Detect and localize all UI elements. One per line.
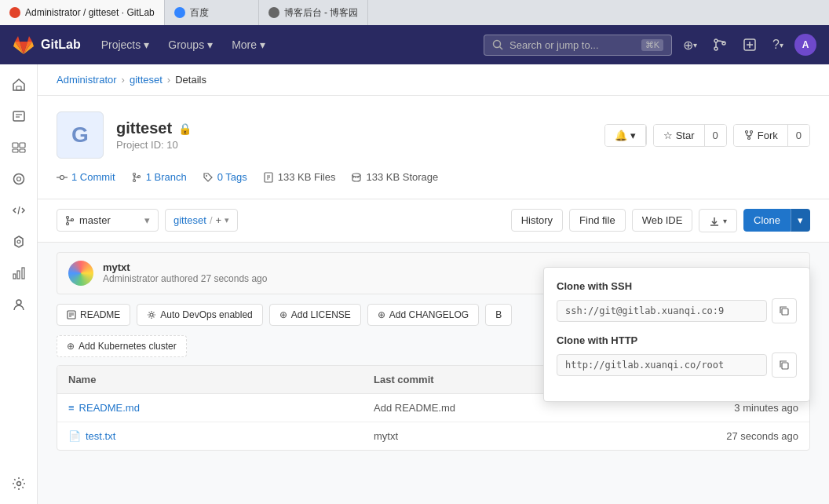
clone-btn-group: Clone ▾ xyxy=(743,209,810,232)
sidebar-item-operations[interactable] xyxy=(5,228,33,256)
commit-details: mytxt Administrator authored 27 seconds … xyxy=(103,261,267,284)
repo-path-link[interactable]: gitteset xyxy=(173,214,206,226)
issues-icon[interactable] xyxy=(738,33,761,57)
svg-rect-21 xyxy=(13,274,16,279)
stat-branches: 1 Branch xyxy=(131,171,187,183)
project-meta: gitteset 🔒 Project ID: 10 xyxy=(116,119,192,151)
plus-icon: ⊕ xyxy=(67,341,75,352)
svg-point-32 xyxy=(60,175,64,179)
svg-point-47 xyxy=(67,222,69,225)
file-commit-test: mytxt xyxy=(363,422,668,450)
star-btn-group: ☆ Star 0 xyxy=(653,124,727,147)
navbar-more[interactable]: More ▾ xyxy=(224,34,273,56)
copy-ssh-button[interactable] xyxy=(772,298,797,323)
commit-meta: Administrator authored 27 seconds ago xyxy=(103,273,267,284)
sidebar-item-settings[interactable] xyxy=(5,469,33,498)
add-kubernetes-button[interactable]: ⊕ Add Kubernetes cluster xyxy=(57,335,187,357)
commit-avatar xyxy=(68,261,93,286)
notification-button[interactable]: 🔔 ▾ xyxy=(605,125,646,146)
search-bar[interactable]: Search or jump to... ⌘K xyxy=(484,35,672,56)
sidebar-item-groups[interactable] xyxy=(5,133,33,162)
sidebar-item-profile[interactable] xyxy=(5,290,33,319)
project-info: G gitteset 🔒 Project ID: 10 xyxy=(57,111,192,159)
sidebar-item-snippets[interactable] xyxy=(5,196,33,225)
download-icon xyxy=(709,216,720,227)
breadcrumb-sep2: › xyxy=(167,74,170,86)
commit-icon xyxy=(57,172,68,183)
add-license-button[interactable]: ⊕ Add LICENSE xyxy=(269,304,361,326)
clone-button[interactable]: Clone xyxy=(743,209,791,232)
readme-link[interactable]: README.md xyxy=(79,402,140,414)
search-placeholder: Search or jump to... xyxy=(509,39,598,51)
copy-http-button[interactable] xyxy=(772,352,797,378)
breadcrumb-repo[interactable]: gitteset xyxy=(130,74,163,86)
storage-stat: 133 KB Storage xyxy=(366,171,438,183)
plus-button[interactable]: ⊕ ▾ xyxy=(678,33,702,57)
plus-icon: ⊕ xyxy=(279,309,287,320)
clone-http-title: Clone with HTTP xyxy=(557,334,797,346)
svg-rect-15 xyxy=(13,149,18,152)
table-row: 📄 test.txt mytxt 27 seconds ago xyxy=(57,422,809,450)
fork-count: 0 xyxy=(788,125,809,146)
notification-btn-group: 🔔 ▾ xyxy=(604,124,647,147)
navbar-groups[interactable]: Groups ▾ xyxy=(160,34,221,56)
toolbar-actions: History Find file Web IDE ▾ Clone ▾ xyxy=(511,209,810,232)
branch-icon xyxy=(131,172,142,183)
file-name-readme: ≡ README.md xyxy=(57,394,363,422)
web-ide-button[interactable]: Web IDE xyxy=(632,209,693,232)
breadcrumb-admin[interactable]: Administrator xyxy=(57,74,117,86)
svg-point-24 xyxy=(16,300,21,305)
clone-ssh-url[interactable]: ssh://git@gitlab.xuanqi.co:9 xyxy=(557,300,767,322)
add-file-btn[interactable]: + xyxy=(216,214,222,226)
svg-point-44 xyxy=(352,173,360,177)
branches-link[interactable]: 1 Branch xyxy=(146,171,187,183)
analytics-icon xyxy=(12,266,26,280)
commits-link[interactable]: 1 Commit xyxy=(71,171,115,183)
star-button[interactable]: ☆ Star xyxy=(654,125,705,146)
add-changelog-button[interactable]: ⊕ Add CHANGELOG xyxy=(367,304,479,326)
tab-gitlab[interactable]: Administrator / gitteset · GitLab xyxy=(0,0,165,25)
test-file-link[interactable]: test.txt xyxy=(86,430,115,442)
tab-baidu[interactable]: 百度 xyxy=(165,0,259,25)
navbar: GitLab Projects ▾ Groups ▾ More ▾ Search… xyxy=(0,25,829,64)
tab-blog[interactable]: 博客后台 - 博客园 xyxy=(259,0,369,25)
clone-http-url[interactable]: http://gitlab.xuanqi.co/root xyxy=(557,354,767,376)
sidebar-item-milestones[interactable] xyxy=(5,165,33,193)
help-icon[interactable]: ? ▾ xyxy=(768,33,788,57)
path-navigator: gitteset / + ▾ xyxy=(165,209,238,232)
clone-ssh-title: Clone with SSH xyxy=(557,280,797,292)
search-shortcut: ⌘K xyxy=(641,39,663,51)
branch-selector[interactable]: master ▾ xyxy=(57,209,159,232)
project-header: G gitteset 🔒 Project ID: 10 🔔 xyxy=(38,96,829,199)
navbar-projects[interactable]: Projects ▾ xyxy=(93,34,158,56)
more-quick-actions-button[interactable]: B xyxy=(485,304,512,326)
download-button[interactable]: ▾ xyxy=(699,209,737,232)
sidebar-item-home[interactable] xyxy=(5,71,33,99)
merge-requests-icon[interactable] xyxy=(708,33,732,57)
fork-button[interactable]: Fork xyxy=(734,125,788,146)
profile-icon xyxy=(12,298,26,312)
user-avatar[interactable]: A xyxy=(794,34,816,56)
tags-link[interactable]: 0 Tags xyxy=(217,171,247,183)
chevron-down-icon: ▾ xyxy=(723,217,727,225)
fork-icon xyxy=(743,130,754,141)
gitlab-favicon xyxy=(9,7,20,18)
gitlab-brand[interactable]: GitLab xyxy=(13,34,81,56)
fork-btn-group: Fork 0 xyxy=(733,124,810,147)
tag-icon xyxy=(203,172,214,183)
operations-icon xyxy=(12,235,26,249)
clone-popup: Clone with SSH ssh://git@gitlab.xuanqi.c… xyxy=(543,267,810,402)
readme-button[interactable]: README xyxy=(57,304,130,326)
left-sidebar xyxy=(0,64,38,504)
svg-rect-57 xyxy=(782,309,788,315)
find-file-button[interactable]: Find file xyxy=(569,209,626,232)
bell-icon: 🔔 xyxy=(615,130,627,141)
svg-point-27 xyxy=(750,131,752,133)
svg-point-2 xyxy=(714,39,718,42)
sidebar-item-analytics[interactable] xyxy=(5,259,33,287)
clone-dropdown-button[interactable]: ▾ xyxy=(791,209,810,232)
history-button[interactable]: History xyxy=(511,209,563,232)
sidebar-item-activity[interactable] xyxy=(5,102,33,130)
auto-devops-button[interactable]: Auto DevOps enabled xyxy=(137,304,262,326)
page-layout: Administrator › gitteset › Details G git… xyxy=(0,64,829,504)
